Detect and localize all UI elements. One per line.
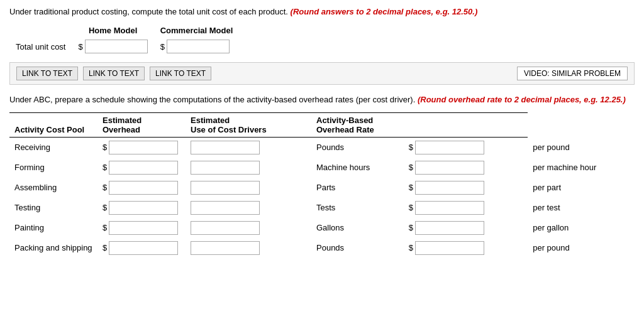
dollar-sign-commercial: $ xyxy=(160,42,165,51)
estimated-overhead-cell: $ xyxy=(97,137,186,158)
round-note: (Round answers to 2 decimal places, e.g.… xyxy=(291,7,478,16)
col-header-activity: Activity Cost Pool xyxy=(9,112,97,137)
estimated-overhead-input[interactable] xyxy=(109,241,178,255)
overhead-rate-cell: $ xyxy=(404,198,528,218)
driver-unit-label: Pounds xyxy=(311,137,404,158)
estimated-drivers-input[interactable] xyxy=(191,201,260,215)
estimated-drivers-cell xyxy=(186,218,311,238)
dollar-sign-rate: $ xyxy=(409,163,413,172)
col-header-activity-based-rate: Activity-BasedOverhead Rate xyxy=(311,112,528,137)
overhead-rate-cell: $ xyxy=(404,218,528,238)
dollar-sign-rate: $ xyxy=(409,143,413,152)
abc-table-row: Receiving$Pounds$per pound xyxy=(9,137,635,158)
link-to-text-button-2[interactable]: LINK TO TEXT xyxy=(83,67,145,80)
estimated-overhead-cell: $ xyxy=(97,158,186,178)
driver-unit-label: Tests xyxy=(311,198,404,218)
overhead-rate-input[interactable] xyxy=(415,181,484,195)
estimated-drivers-cell xyxy=(186,238,311,258)
overhead-rate-cell: $ xyxy=(404,158,528,178)
rate-per-label: per gallon xyxy=(528,218,635,238)
dollar-sign-overhead: $ xyxy=(103,183,107,192)
activity-cell: Testing xyxy=(9,198,97,218)
link-buttons-group: LINK TO TEXT LINK TO TEXT LINK TO TEXT xyxy=(16,67,211,80)
estimated-drivers-input[interactable] xyxy=(191,161,260,175)
home-model-cost-input[interactable] xyxy=(85,40,148,53)
rate-per-label: per part xyxy=(528,178,635,198)
estimated-drivers-cell xyxy=(186,198,311,218)
estimated-overhead-cell: $ xyxy=(97,238,186,258)
estimated-overhead-input[interactable] xyxy=(109,141,178,154)
dollar-sign-home: $ xyxy=(79,42,83,51)
estimated-overhead-input[interactable] xyxy=(109,201,178,215)
driver-unit-label: Parts xyxy=(311,178,404,198)
link-bar: LINK TO TEXT LINK TO TEXT LINK TO TEXT V… xyxy=(9,62,635,85)
rate-per-label: per test xyxy=(528,198,635,218)
overhead-rate-input[interactable] xyxy=(415,221,484,235)
abc-overhead-table: Activity Cost Pool EstimatedOverhead Est… xyxy=(9,112,635,258)
abc-table-row: Assembling$Parts$per part xyxy=(9,178,635,198)
estimated-overhead-input[interactable] xyxy=(109,161,178,175)
top-instruction: Under traditional product costing, compu… xyxy=(9,6,635,18)
overhead-rate-cell: $ xyxy=(404,178,528,198)
estimated-overhead-input[interactable] xyxy=(109,181,178,195)
estimated-drivers-cell xyxy=(186,158,311,178)
rate-per-label: per pound xyxy=(528,137,635,158)
activity-cell: Forming xyxy=(9,158,97,178)
col-header-estimated-drivers: EstimatedUse of Cost Drivers xyxy=(186,112,311,137)
home-model-header: Home Model xyxy=(72,24,154,37)
activity-cell: Receiving xyxy=(9,137,97,158)
commercial-model-input-group: $ xyxy=(160,40,233,53)
dollar-sign-overhead: $ xyxy=(103,243,107,252)
estimated-drivers-cell xyxy=(186,178,311,198)
estimated-overhead-cell: $ xyxy=(97,198,186,218)
abc-table-row: Forming$Machine hours$per machine hour xyxy=(9,158,635,178)
dollar-sign-rate: $ xyxy=(409,243,413,252)
dollar-sign-rate: $ xyxy=(409,223,413,232)
abc-table-row: Testing$Tests$per test xyxy=(9,198,635,218)
dollar-sign-rate: $ xyxy=(409,183,413,192)
link-to-text-button-1[interactable]: LINK TO TEXT xyxy=(16,67,78,80)
overhead-rate-input[interactable] xyxy=(415,241,484,255)
section2-instruction: Under ABC, prepare a schedule showing th… xyxy=(9,94,635,106)
estimated-drivers-cell xyxy=(186,137,311,158)
estimated-drivers-input[interactable] xyxy=(191,221,260,235)
overhead-rate-input[interactable] xyxy=(415,161,484,175)
col-header-estimated-overhead: EstimatedOverhead xyxy=(97,112,186,137)
abc-table-row: Packing and shipping$Pounds$per pound xyxy=(9,238,635,258)
rate-per-label: per machine hour xyxy=(528,158,635,178)
dollar-sign-overhead: $ xyxy=(103,203,107,212)
activity-cell: Painting xyxy=(9,218,97,238)
dollar-sign-overhead: $ xyxy=(103,143,107,152)
estimated-drivers-input[interactable] xyxy=(191,141,260,154)
video-similar-problem-button[interactable]: VIDEO: SIMILAR PROBLEM xyxy=(517,67,628,80)
commercial-model-cost-input[interactable] xyxy=(167,40,230,53)
rate-per-label: per pound xyxy=(528,238,635,258)
dollar-sign-overhead: $ xyxy=(103,223,107,232)
section2-round-note: (Round overhead rate to 2 decimal places… xyxy=(418,95,626,104)
abc-table-row: Painting$Gallons$per gallon xyxy=(9,218,635,238)
driver-unit-label: Pounds xyxy=(311,238,404,258)
overhead-rate-cell: $ xyxy=(404,238,528,258)
total-unit-cost-label: Total unit cost xyxy=(9,37,72,56)
overhead-rate-input[interactable] xyxy=(415,141,484,154)
instruction-text: Under traditional product costing, compu… xyxy=(9,7,288,16)
estimated-overhead-input[interactable] xyxy=(109,221,178,235)
estimated-drivers-input[interactable] xyxy=(191,181,260,195)
dollar-sign-overhead: $ xyxy=(103,163,107,172)
link-to-text-button-3[interactable]: LINK TO TEXT xyxy=(150,67,211,80)
activity-cell: Assembling xyxy=(9,178,97,198)
section2-instruction-text: Under ABC, prepare a schedule showing th… xyxy=(9,95,415,104)
overhead-rate-input[interactable] xyxy=(415,201,484,215)
overhead-rate-cell: $ xyxy=(404,137,528,158)
unit-cost-table: Home Model Commercial Model Total unit c… xyxy=(9,24,635,56)
driver-unit-label: Gallons xyxy=(311,218,404,238)
home-model-input-group: $ xyxy=(79,40,148,53)
estimated-overhead-cell: $ xyxy=(97,178,186,198)
driver-unit-label: Machine hours xyxy=(311,158,404,178)
commercial-model-header: Commercial Model xyxy=(154,24,240,37)
estimated-overhead-cell: $ xyxy=(97,218,186,238)
estimated-drivers-input[interactable] xyxy=(191,241,260,255)
dollar-sign-rate: $ xyxy=(409,203,413,212)
activity-cell: Packing and shipping xyxy=(9,238,97,258)
